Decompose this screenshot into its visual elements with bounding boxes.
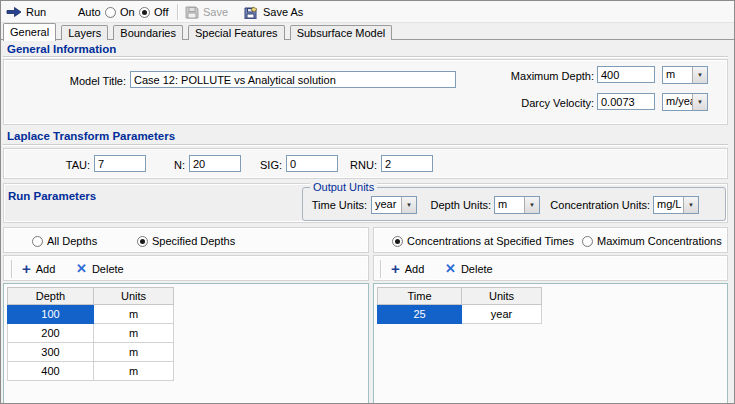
add-icon: +	[391, 262, 400, 276]
depth-cell[interactable]: 100	[8, 305, 94, 324]
save-button[interactable]: Save	[185, 1, 228, 23]
depths-delete-button[interactable]: ✕ Delete	[72, 259, 128, 279]
save-icon	[185, 6, 199, 19]
darcy-velocity-unit-select[interactable]: m/year ▼	[662, 93, 708, 111]
units-column-header[interactable]: Units	[462, 288, 542, 305]
radio-on-icon	[105, 7, 116, 18]
times-toolbar: + Add ✕ Delete	[373, 255, 728, 281]
time-units-select[interactable]: year ▼	[371, 196, 417, 214]
times-add-button[interactable]: + Add	[387, 259, 428, 279]
units-cell[interactable]: m	[94, 343, 174, 362]
depths-radio-row: All Depths Specified Depths	[3, 227, 369, 253]
auto-on-radio[interactable]: On	[105, 1, 135, 23]
depths-table: Depth Units 100 m 200 m 300 m 400 m	[7, 287, 174, 381]
times-delete-label: Delete	[461, 263, 493, 275]
general-information-title: General Information	[7, 43, 116, 55]
darcy-velocity-input[interactable]	[597, 93, 655, 110]
concentrations-specified-times-label: Concentrations at Specified Times	[407, 230, 574, 252]
depth-column-header[interactable]: Depth	[8, 288, 94, 305]
toolbar-grip	[11, 260, 13, 278]
add-icon: +	[22, 262, 31, 276]
table-row: 100 m	[8, 305, 174, 324]
depth-cell[interactable]: 300	[8, 343, 94, 362]
delete-icon: ✕	[445, 262, 456, 276]
model-title-label: Model Title:	[34, 73, 126, 89]
tab-special-features[interactable]: Special Features	[188, 25, 285, 40]
radio-off-icon	[139, 7, 150, 18]
times-radio-row: Concentrations at Specified Times Maximu…	[373, 227, 728, 253]
sig-label: SIG:	[232, 157, 282, 173]
model-title-input[interactable]	[130, 71, 456, 88]
table-row: 400 m	[8, 362, 174, 381]
maximum-depth-input[interactable]	[597, 66, 655, 83]
maximum-concentrations-label: Maximum Concentrations	[597, 230, 722, 252]
tab-layers[interactable]: Layers	[61, 25, 108, 40]
concentrations-specified-times-radio[interactable]: Concentrations at Specified Times	[392, 230, 574, 252]
delete-icon: ✕	[76, 262, 87, 276]
specified-depths-label: Specified Depths	[152, 230, 235, 252]
run-parameters-title: Run Parameters	[8, 190, 96, 202]
run-arrow-icon	[6, 6, 22, 18]
table-header-row: Time Units	[378, 288, 542, 305]
run-button-label: Run	[26, 1, 46, 23]
depths-delete-label: Delete	[92, 263, 124, 275]
all-depths-radio[interactable]: All Depths	[32, 230, 97, 252]
units-cell[interactable]: m	[94, 305, 174, 324]
units-cell[interactable]: m	[94, 324, 174, 343]
concentration-units-value: mg/L	[654, 197, 683, 213]
table-row: 200 m	[8, 324, 174, 343]
auto-on-label: On	[120, 1, 135, 23]
save-as-button[interactable]: Save As	[244, 1, 303, 23]
tab-subsurface-model[interactable]: Subsurface Model	[290, 25, 393, 40]
depth-units-label: Depth Units:	[421, 197, 491, 213]
maximum-depth-unit-select[interactable]: m ▼	[662, 66, 708, 84]
output-units-groupbox: Output Units Time Units: year ▼ Depth Un…	[302, 187, 726, 221]
time-column-header[interactable]: Time	[378, 288, 462, 305]
table-header-row: Depth Units	[8, 288, 174, 305]
darcy-velocity-label: Darcy Velocity:	[474, 95, 594, 111]
tab-boundaries[interactable]: Boundaries	[113, 25, 183, 40]
units-cell[interactable]: m	[94, 362, 174, 381]
tab-bar: General Layers Boundaries Special Featur…	[1, 23, 734, 40]
rnu-label: RNU:	[327, 157, 377, 173]
all-depths-label: All Depths	[47, 230, 97, 252]
darcy-velocity-unit-value: m/year	[663, 94, 692, 110]
times-delete-button[interactable]: ✕ Delete	[441, 259, 497, 279]
concentration-units-select[interactable]: mg/L ▼	[653, 196, 699, 214]
laplace-title: Laplace Transform Parameters	[7, 130, 175, 142]
save-as-icon	[244, 6, 259, 19]
app-window: { "colors": { "header-text": "#002d99", …	[0, 0, 735, 404]
toolbar-grip	[380, 260, 382, 278]
chevron-down-icon: ▼	[692, 94, 707, 110]
time-units-label: Time Units:	[305, 197, 367, 213]
run-button[interactable]: Run	[6, 1, 46, 23]
specified-depths-radio[interactable]: Specified Depths	[137, 230, 235, 252]
depths-toolbar: + Add ✕ Delete	[3, 255, 369, 281]
toolbar-separator	[177, 4, 179, 20]
times-add-label: Add	[405, 263, 425, 275]
toolbar: Run Auto On Off Save Save As	[1, 1, 734, 23]
maximum-depth-unit-value: m	[663, 67, 692, 83]
maximum-concentrations-radio[interactable]: Maximum Concentrations	[582, 230, 722, 252]
radio-icon	[32, 236, 43, 247]
save-button-label: Save	[203, 1, 228, 23]
units-column-header[interactable]: Units	[94, 288, 174, 305]
depths-add-label: Add	[36, 263, 56, 275]
depth-cell[interactable]: 400	[8, 362, 94, 381]
auto-off-radio[interactable]: Off	[139, 1, 168, 23]
laplace-panel: TAU: N: SIG: RNU:	[3, 148, 728, 179]
rnu-input[interactable]	[381, 155, 433, 172]
radio-icon	[392, 236, 403, 247]
tab-general[interactable]: General	[3, 23, 56, 41]
chevron-down-icon: ▼	[683, 197, 698, 213]
depths-add-button[interactable]: + Add	[18, 259, 59, 279]
units-cell[interactable]: year	[462, 305, 542, 324]
maximum-depth-label: Maximum Depth:	[474, 68, 594, 84]
time-units-value: year	[372, 197, 401, 213]
depth-cell[interactable]: 200	[8, 324, 94, 343]
chevron-down-icon: ▼	[692, 67, 707, 83]
auto-label: Auto	[78, 1, 101, 23]
radio-icon	[582, 236, 593, 247]
time-cell[interactable]: 25	[378, 305, 462, 324]
table-row: 300 m	[8, 343, 174, 362]
